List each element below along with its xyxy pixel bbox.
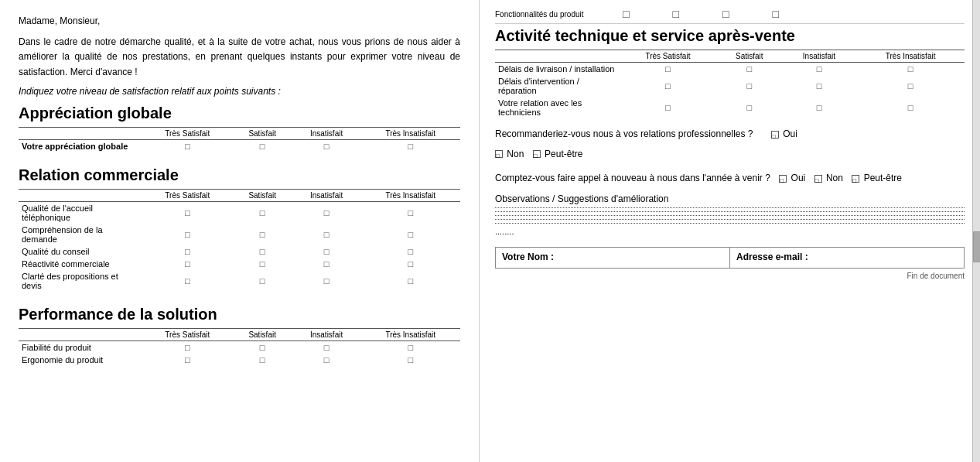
s2-col1: Très Satisfait: [142, 189, 233, 201]
checkbox-cell[interactable]: □: [142, 258, 233, 270]
checkbox-cell[interactable]: □: [233, 245, 292, 258]
checkbox-cell[interactable]: □: [361, 354, 460, 366]
footer-nom: Votre Nom :: [496, 248, 730, 268]
table-row: Qualité de l'accueil téléphonique □ □ □ …: [19, 201, 460, 224]
comptez-peut-etre-checkbox[interactable]: □: [852, 175, 859, 183]
table-row: Clarté des propositions et devis □ □ □ □: [19, 270, 460, 292]
checkbox-cell[interactable]: □: [292, 341, 361, 354]
checkbox-cell[interactable]: □: [361, 270, 460, 292]
comptez-non-checkbox[interactable]: □: [814, 175, 822, 183]
s2-col2: Satisfait: [233, 189, 292, 201]
checkbox-cell[interactable]: □: [717, 63, 782, 76]
table-row: Délais d'intervention / réparation □ □ □…: [495, 75, 965, 97]
checkbox-cell[interactable]: □: [856, 97, 965, 118]
checkbox-cell[interactable]: □: [717, 97, 782, 118]
section1-title: Appréciation globale: [19, 104, 460, 122]
checkbox-cell[interactable]: □: [782, 97, 857, 118]
checkbox-cell[interactable]: □: [233, 270, 292, 292]
checkbox-cell[interactable]: □: [142, 224, 233, 245]
s1-col3: Insatisfait: [292, 127, 361, 139]
table-row: Compréhension de la demande □ □ □ □: [19, 224, 460, 245]
checkbox-cell[interactable]: □: [717, 75, 782, 97]
row-label: Votre relation avec les techniciens: [495, 97, 619, 118]
checkbox-cell[interactable]: □: [142, 270, 233, 292]
s3-col0: [19, 328, 142, 341]
checkbox-cell[interactable]: □: [142, 341, 233, 354]
checkbox-cell[interactable]: □: [361, 224, 460, 245]
checkbox-cell[interactable]: □: [142, 245, 233, 258]
section2-title: Relation commerciale: [19, 166, 460, 184]
checkbox-cell[interactable]: □: [292, 245, 361, 258]
section1-table: Très Satisfait Satisfait Insatisfait Trè…: [19, 127, 460, 152]
comptez-oui-checkbox[interactable]: □: [779, 175, 787, 183]
checkbox-cell[interactable]: □: [142, 201, 233, 224]
peut-etre-label: Peut-être: [545, 149, 582, 159]
checkbox-cell[interactable]: □: [233, 224, 292, 245]
checkbox-cell[interactable]: □: [361, 139, 460, 152]
checkbox-cell[interactable]: □: [233, 354, 292, 366]
fonctionnalites-row: Fonctionnalités du produit □ □ □ □: [495, 8, 965, 24]
row-label: Clarté des propositions et devis: [19, 270, 142, 292]
checkbox-cell[interactable]: □: [292, 354, 361, 366]
rt-col0: [495, 50, 619, 63]
checkbox-cell[interactable]: □: [782, 63, 857, 76]
checkbox-cell[interactable]: □: [292, 258, 361, 270]
table-row: Qualité du conseil □ □ □ □: [19, 245, 460, 258]
checkbox-cell[interactable]: □: [772, 8, 778, 20]
row-label: Réactivité commerciale: [19, 258, 142, 270]
observations-section: Observations / Suggestions d'amélioratio…: [495, 193, 965, 236]
checkbox-cell[interactable]: □: [361, 201, 460, 224]
checkbox-cell[interactable]: □: [233, 201, 292, 224]
checkbox-cell[interactable]: □: [233, 341, 292, 354]
checkbox-cell[interactable]: □: [142, 354, 233, 366]
checkbox-cell[interactable]: □: [619, 97, 717, 118]
table-row: Votre appréciation globale □ □ □ □: [19, 139, 460, 152]
checkbox-cell[interactable]: □: [856, 75, 965, 97]
oui-checkbox[interactable]: □: [771, 131, 779, 139]
checkbox-cell[interactable]: □: [672, 8, 678, 20]
intro-italic: Indiquez votre niveau de satisfaction re…: [19, 86, 460, 97]
s2-col3: Insatisfait: [292, 189, 361, 201]
s3-col4: Très Insatisfait: [361, 328, 460, 341]
checkbox-cell[interactable]: □: [292, 201, 361, 224]
dotted-line: [495, 215, 965, 216]
recommend-question: Recommanderiez-vous nous à vos relations…: [495, 128, 753, 139]
section3-table: Très Satisfait Satisfait Insatisfait Trè…: [19, 328, 460, 366]
table-row: Délais de livraison / installation □ □ □…: [495, 63, 965, 76]
s3-col3: Insatisfait: [292, 328, 361, 341]
footer-email: Adresse e-mail :: [730, 248, 964, 268]
s1-col1: Très Satisfait: [142, 127, 233, 139]
row-label: Compréhension de la demande: [19, 224, 142, 245]
checkbox-cell[interactable]: □: [233, 139, 292, 152]
scrollbar-thumb[interactable]: [973, 231, 980, 262]
checkbox-cell[interactable]: □: [361, 245, 460, 258]
s2-col4: Très Insatisfait: [361, 189, 460, 201]
checkbox-cell[interactable]: □: [292, 224, 361, 245]
checkbox-cell[interactable]: □: [722, 8, 729, 20]
checkbox-cell[interactable]: □: [619, 63, 717, 76]
checkbox-cell[interactable]: □: [782, 75, 857, 97]
checkbox-cell[interactable]: □: [361, 341, 460, 354]
s1-col4: Très Insatisfait: [361, 127, 460, 139]
row-label: Délais de livraison / installation: [495, 63, 619, 76]
checkbox-cell[interactable]: □: [361, 258, 460, 270]
checkbox-cell[interactable]: □: [292, 139, 361, 152]
right-panel: Fonctionnalités du produit □ □ □ □ Activ…: [480, 0, 980, 462]
row-label: Délais d'intervention / réparation: [495, 75, 619, 97]
table-row: Réactivité commerciale □ □ □ □: [19, 258, 460, 270]
fin-doc: Fin de document: [495, 272, 965, 280]
dotted-continuation: ........: [495, 227, 965, 236]
checkbox-cell[interactable]: □: [856, 63, 965, 76]
right-table: Très Satisfait Satisfait Insatisfait Trè…: [495, 50, 965, 118]
checkbox-cell[interactable]: □: [142, 139, 233, 152]
checkbox-cell[interactable]: □: [619, 75, 717, 97]
salutation: Madame, Monsieur,: [19, 14, 460, 29]
peut-etre-checkbox[interactable]: □: [533, 150, 541, 158]
checkbox-cell[interactable]: □: [233, 258, 292, 270]
scrollbar[interactable]: [972, 0, 980, 462]
non-checkbox[interactable]: □: [495, 150, 503, 158]
table-row: Fiabilité du produit □ □ □ □: [19, 341, 460, 354]
comptez-question: Comptez-vous faire appel à nouveau à nou…: [495, 173, 770, 183]
checkbox-cell[interactable]: □: [292, 270, 361, 292]
checkbox-cell[interactable]: □: [623, 8, 629, 20]
